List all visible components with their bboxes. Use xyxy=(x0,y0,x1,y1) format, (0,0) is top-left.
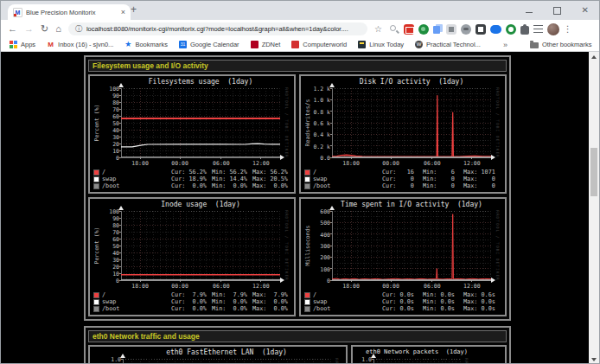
graph-title: eth0 FastEthernet LAN (1day) xyxy=(166,348,287,356)
x-tick-label: 00:00 xyxy=(166,160,194,167)
status-extension-icon[interactable] xyxy=(506,24,516,35)
series-line-/ xyxy=(332,96,491,157)
bookmark-item-calendar[interactable]: 31 Google Calendar xyxy=(179,41,239,48)
y-tick-label: 0.8 k xyxy=(306,109,330,116)
rrdtool-watermark: RRDTOOL / TOBI OETIKER xyxy=(284,87,289,158)
series-line-swap xyxy=(121,144,280,147)
legend-min-value: Min: 0.0s xyxy=(423,306,463,312)
bookmark-label: Computerworld xyxy=(303,41,347,48)
other-bookmarks-label: Other bookmarks xyxy=(542,41,592,48)
legend-min-value: Min: 0 xyxy=(423,183,463,189)
extensions-puzzle-icon[interactable] xyxy=(520,26,529,35)
graph-panel-inode-usage[interactable]: Inode usage (1day)Percent (%)10090807060… xyxy=(90,199,294,315)
legend-series-name: swap xyxy=(93,299,171,305)
legend-max-value: Max: 20.5% xyxy=(252,176,293,182)
browser-tab[interactable]: M Blue Precision Monitorix × xyxy=(8,4,131,20)
graph-panel-eth0-traffic[interactable]: eth0 FastEthernet LAN (1day)1.00.9RRDTOO… xyxy=(90,347,346,364)
address-bar[interactable]: ⓘ localhost:8080/monitorix-cgi/monitorix… xyxy=(68,22,367,35)
other-bookmarks-button[interactable]: Other bookmarks xyxy=(530,41,592,48)
y-tick-label: 1.0 xyxy=(351,356,372,363)
legend-min-value: Min: 0 xyxy=(423,176,463,182)
y-tick-label: 30 xyxy=(95,134,119,141)
y-axis-arrow-icon xyxy=(118,206,124,210)
screenshot-extension-icon[interactable] xyxy=(446,24,456,35)
bookmark-label: Linux Today xyxy=(369,41,404,48)
bookmarks-overflow-chevron[interactable]: » xyxy=(503,41,507,49)
legend-max-value: Max: 7.9% xyxy=(252,292,293,298)
bookmark-item-bookmarks[interactable]: ★ Bookmarks xyxy=(124,41,168,48)
pages-extension-icon[interactable] xyxy=(433,26,440,34)
y-tick-label: 0 xyxy=(306,278,330,284)
x-tick-label: 18:00 xyxy=(126,283,154,290)
scrollbar-thumb[interactable] xyxy=(590,148,597,196)
reload-button[interactable]: ↻ xyxy=(41,24,48,34)
graph-legend: /Cur: 7.9%Min: 7.9%Max: 7.9%swapCur: 0.0… xyxy=(93,292,293,312)
y-tick-label: 1.0 xyxy=(97,356,121,363)
legend-max-value: Max: 56.2% xyxy=(252,169,293,176)
maximize-button[interactable] xyxy=(553,7,561,15)
series-area xyxy=(332,214,491,280)
y-tick-label: 0 xyxy=(95,155,119,162)
back-button[interactable]: ← xyxy=(8,24,17,34)
reading-list-icon[interactable] xyxy=(533,25,543,34)
y-tick-label: 0 xyxy=(95,278,119,284)
globe-extension-icon[interactable] xyxy=(418,24,429,35)
y-tick-label: 0.4 k xyxy=(306,131,330,138)
tab-close-icon[interactable]: × xyxy=(121,9,125,16)
scroll-up-arrow-icon[interactable] xyxy=(589,52,599,62)
site-info-icon[interactable]: ⓘ xyxy=(75,24,82,34)
legend-swatch xyxy=(304,292,310,298)
y-tick-label: 600 xyxy=(306,208,330,215)
legend-max-value: Max: 1071 xyxy=(463,169,504,176)
y-tick-label: 0.2 k xyxy=(306,144,330,150)
minimize-button[interactable] xyxy=(526,12,533,13)
linux-today-icon xyxy=(358,41,366,48)
scroll-down-arrow-icon[interactable] xyxy=(589,354,599,364)
gmail-icon: M xyxy=(47,41,54,48)
mail-extension-icon[interactable] xyxy=(404,24,414,35)
new-tab-button[interactable]: + xyxy=(131,3,137,16)
profile-avatar[interactable] xyxy=(547,23,559,35)
bookmark-item-practical-tech[interactable]: W Practical Technol... xyxy=(415,41,481,48)
graph-plot xyxy=(121,211,280,280)
graph-panel-time-spent-io[interactable]: Time spent in I/O activity (1day)Millise… xyxy=(301,199,505,315)
x-tick-label: 18:00 xyxy=(337,283,365,290)
scrollbar[interactable] xyxy=(589,52,599,364)
bookmark-item-zdnet[interactable]: ZDNet xyxy=(251,41,281,48)
y-tick-label: 100 xyxy=(95,86,119,93)
graph-title: Time spent in I/O activity (1day) xyxy=(341,201,482,208)
bookmark-star-icon[interactable]: ☆ xyxy=(374,24,382,34)
bookmark-item-linuxtoday[interactable]: Linux Today xyxy=(358,41,404,48)
y-axis-arrow-icon xyxy=(329,206,335,210)
bookmark-item-computerworld[interactable]: Computerworld xyxy=(291,41,347,48)
mask-extension-icon[interactable] xyxy=(461,24,471,35)
y-tick-label: 10 xyxy=(95,271,119,278)
graph-panel-disk-io[interactable]: Disk I/O activity (1day)Reads+Writes/s1.… xyxy=(301,76,505,192)
legend-cur-value: Cur: 0.0s xyxy=(382,306,423,312)
search-extension-icon[interactable] xyxy=(389,24,399,35)
bookmark-item-inbox[interactable]: M Inbox (16) - sjvn0... xyxy=(47,41,113,48)
graph-panel-eth0-packets[interactable]: eth0 Network packets (1day)/s1.0RRDTOOL … xyxy=(353,347,467,364)
x-tick-label: 12:00 xyxy=(458,160,486,167)
legend-series-name: / xyxy=(93,169,171,176)
window-close-button[interactable]: ✕ xyxy=(582,6,589,15)
bookmark-label: Inbox (16) - sjvn0... xyxy=(58,41,113,48)
home-button[interactable]: ⌂ xyxy=(55,24,61,34)
legend-cur-value: Cur: 7.9% xyxy=(171,292,212,298)
graph-panel-filesystems-usage[interactable]: Filesystems usage (1day)Percent (%)10090… xyxy=(90,76,294,192)
bookmark-label: Google Calendar xyxy=(190,41,239,48)
menu-kebab-icon[interactable]: ⋮ xyxy=(564,24,572,34)
legend-min-value: Min: 0.0s xyxy=(423,299,463,305)
graph-plot xyxy=(373,359,460,364)
bookmark-item-apps[interactable]: Apps xyxy=(10,41,35,48)
apps-grid-icon xyxy=(10,41,17,48)
messenger-extension-icon[interactable] xyxy=(490,25,501,34)
forward-button[interactable]: → xyxy=(24,24,34,34)
player-extension-icon[interactable] xyxy=(476,24,486,35)
y-axis-arrow-icon xyxy=(118,83,124,87)
graph-legend: /Cur: 56.2%Min: 56.2%Max: 56.2%swapCur: … xyxy=(93,169,293,189)
y-tick-label: 300 xyxy=(306,243,330,250)
y-tick-label: 90 xyxy=(95,215,119,222)
series-line-/ xyxy=(332,214,491,279)
legend-min-value: Min: 6 xyxy=(423,169,463,176)
